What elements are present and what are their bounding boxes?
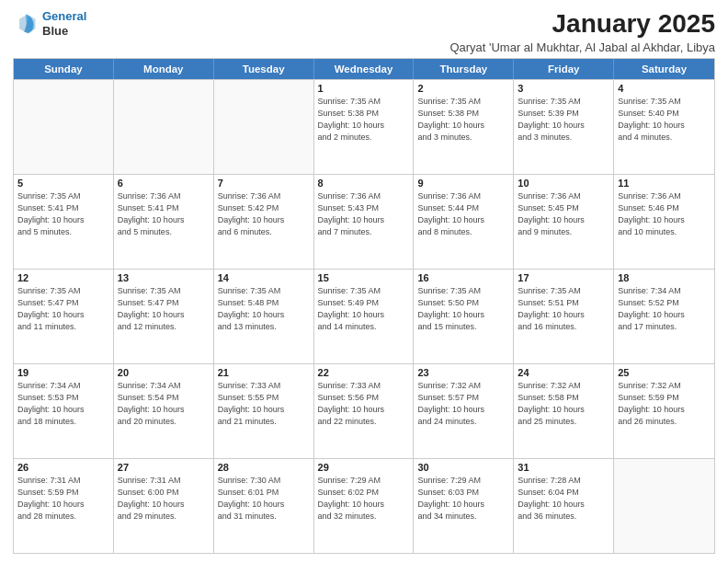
cell-date: 16: [417, 272, 509, 283]
cell-date: 11: [618, 178, 711, 189]
cell-date: 21: [218, 367, 310, 378]
calendar-header-row: SundayMondayTuesdayWednesdayThursdayFrid…: [14, 59, 714, 79]
logo-line1: General: [42, 9, 86, 23]
cell-date: 20: [118, 367, 210, 378]
cell-date: 12: [17, 272, 109, 283]
cell-info: Sunrise: 7:36 AM Sunset: 5:45 PM Dayligh…: [518, 190, 609, 238]
main-title: January 2025: [449, 9, 715, 39]
calendar-cell: 22Sunrise: 7:33 AM Sunset: 5:56 PM Dayli…: [314, 364, 415, 458]
cell-date: 5: [17, 178, 109, 189]
cell-info: Sunrise: 7:36 AM Sunset: 5:42 PM Dayligh…: [218, 190, 310, 238]
calendar-cell: 14Sunrise: 7:35 AM Sunset: 5:48 PM Dayli…: [214, 270, 314, 363]
cell-info: Sunrise: 7:33 AM Sunset: 5:55 PM Dayligh…: [218, 380, 310, 428]
calendar-cell: [214, 80, 314, 174]
calendar-cell: 16Sunrise: 7:35 AM Sunset: 5:50 PM Dayli…: [414, 270, 514, 363]
cell-info: Sunrise: 7:36 AM Sunset: 5:44 PM Dayligh…: [417, 190, 509, 238]
calendar-cell: 7Sunrise: 7:36 AM Sunset: 5:42 PM Daylig…: [214, 175, 314, 269]
cell-date: 30: [417, 462, 509, 473]
cell-date: 29: [318, 462, 410, 473]
cell-info: Sunrise: 7:32 AM Sunset: 5:58 PM Dayligh…: [518, 380, 609, 428]
cell-info: Sunrise: 7:36 AM Sunset: 5:41 PM Dayligh…: [118, 190, 210, 238]
cell-info: Sunrise: 7:28 AM Sunset: 6:04 PM Dayligh…: [518, 475, 609, 523]
calendar-cell: 24Sunrise: 7:32 AM Sunset: 5:58 PM Dayli…: [514, 364, 614, 458]
calendar-cell: 29Sunrise: 7:29 AM Sunset: 6:02 PM Dayli…: [314, 459, 415, 553]
cell-date: 24: [518, 367, 609, 378]
cell-info: Sunrise: 7:35 AM Sunset: 5:49 PM Dayligh…: [318, 285, 410, 333]
cell-date: 15: [318, 272, 410, 283]
cell-date: 25: [618, 367, 711, 378]
cell-date: 6: [118, 178, 210, 189]
cell-info: Sunrise: 7:35 AM Sunset: 5:48 PM Dayligh…: [218, 285, 310, 333]
logo-line2: Blue: [42, 24, 86, 39]
cell-date: 10: [518, 178, 609, 189]
cell-date: 26: [17, 462, 109, 473]
calendar-cell: [114, 80, 214, 174]
cell-info: Sunrise: 7:32 AM Sunset: 5:57 PM Dayligh…: [417, 380, 509, 428]
cell-info: Sunrise: 7:30 AM Sunset: 6:01 PM Dayligh…: [218, 475, 310, 523]
cell-date: 8: [318, 178, 410, 189]
cell-info: Sunrise: 7:36 AM Sunset: 5:46 PM Dayligh…: [618, 190, 711, 238]
cell-date: 14: [218, 272, 310, 283]
cell-date: 4: [618, 83, 711, 94]
cell-info: Sunrise: 7:34 AM Sunset: 5:53 PM Dayligh…: [17, 380, 109, 428]
calendar-cell: 8Sunrise: 7:36 AM Sunset: 5:43 PM Daylig…: [314, 175, 415, 269]
calendar-header-cell: Thursday: [414, 59, 514, 79]
logo-text: General Blue: [42, 9, 86, 38]
calendar-cell: 6Sunrise: 7:36 AM Sunset: 5:41 PM Daylig…: [114, 175, 214, 269]
cell-date: 28: [218, 462, 310, 473]
cell-info: Sunrise: 7:35 AM Sunset: 5:51 PM Dayligh…: [518, 285, 609, 333]
calendar-cell: [14, 80, 114, 174]
calendar-cell: 19Sunrise: 7:34 AM Sunset: 5:53 PM Dayli…: [14, 364, 114, 458]
cell-info: Sunrise: 7:34 AM Sunset: 5:52 PM Dayligh…: [618, 285, 711, 333]
calendar-cell: 5Sunrise: 7:35 AM Sunset: 5:41 PM Daylig…: [14, 175, 114, 269]
cell-date: 7: [218, 178, 310, 189]
cell-date: 13: [118, 272, 210, 283]
calendar-cell: 26Sunrise: 7:31 AM Sunset: 5:59 PM Dayli…: [14, 459, 114, 553]
calendar-cell: 1Sunrise: 7:35 AM Sunset: 5:38 PM Daylig…: [314, 80, 415, 174]
calendar-cell: 2Sunrise: 7:35 AM Sunset: 5:38 PM Daylig…: [414, 80, 514, 174]
calendar-cell: 12Sunrise: 7:35 AM Sunset: 5:47 PM Dayli…: [14, 270, 114, 363]
cell-date: 23: [417, 367, 509, 378]
cell-info: Sunrise: 7:31 AM Sunset: 6:00 PM Dayligh…: [118, 475, 210, 523]
calendar-cell: 11Sunrise: 7:36 AM Sunset: 5:46 PM Dayli…: [614, 175, 714, 269]
cell-info: Sunrise: 7:29 AM Sunset: 6:02 PM Dayligh…: [318, 475, 410, 523]
calendar-header-cell: Monday: [114, 59, 214, 79]
calendar-cell: 27Sunrise: 7:31 AM Sunset: 6:00 PM Dayli…: [114, 459, 214, 553]
cell-info: Sunrise: 7:31 AM Sunset: 5:59 PM Dayligh…: [17, 475, 109, 523]
cell-info: Sunrise: 7:35 AM Sunset: 5:50 PM Dayligh…: [417, 285, 509, 333]
cell-info: Sunrise: 7:35 AM Sunset: 5:47 PM Dayligh…: [118, 285, 210, 333]
calendar-header-cell: Saturday: [614, 59, 714, 79]
cell-date: 31: [518, 462, 609, 473]
calendar-header-cell: Tuesday: [214, 59, 314, 79]
calendar-cell: 25Sunrise: 7:32 AM Sunset: 5:59 PM Dayli…: [614, 364, 714, 458]
cell-date: 3: [518, 83, 609, 94]
cell-info: Sunrise: 7:35 AM Sunset: 5:41 PM Dayligh…: [17, 190, 109, 238]
calendar-header-cell: Friday: [514, 59, 614, 79]
cell-info: Sunrise: 7:35 AM Sunset: 5:38 PM Dayligh…: [417, 96, 509, 144]
logo-icon: [13, 11, 39, 37]
calendar-cell: 17Sunrise: 7:35 AM Sunset: 5:51 PM Dayli…: [514, 270, 614, 363]
calendar-header-cell: Wednesday: [314, 59, 415, 79]
calendar-cell: 4Sunrise: 7:35 AM Sunset: 5:40 PM Daylig…: [614, 80, 714, 174]
cell-info: Sunrise: 7:36 AM Sunset: 5:43 PM Dayligh…: [318, 190, 410, 238]
calendar-cell: 18Sunrise: 7:34 AM Sunset: 5:52 PM Dayli…: [614, 270, 714, 363]
calendar-cell: 10Sunrise: 7:36 AM Sunset: 5:45 PM Dayli…: [514, 175, 614, 269]
calendar: SundayMondayTuesdayWednesdayThursdayFrid…: [13, 58, 715, 554]
calendar-cell: 31Sunrise: 7:28 AM Sunset: 6:04 PM Dayli…: [514, 459, 614, 553]
calendar-cell: 30Sunrise: 7:29 AM Sunset: 6:03 PM Dayli…: [414, 459, 514, 553]
calendar-row: 19Sunrise: 7:34 AM Sunset: 5:53 PM Dayli…: [14, 363, 714, 458]
logo: General Blue: [13, 9, 86, 38]
title-area: January 2025 Qaryat 'Umar al Mukhtar, Al…: [449, 9, 715, 54]
cell-info: Sunrise: 7:35 AM Sunset: 5:40 PM Dayligh…: [618, 96, 711, 144]
calendar-row: 1Sunrise: 7:35 AM Sunset: 5:38 PM Daylig…: [14, 79, 714, 174]
cell-date: 17: [518, 272, 609, 283]
cell-info: Sunrise: 7:35 AM Sunset: 5:47 PM Dayligh…: [17, 285, 109, 333]
calendar-cell: [614, 459, 714, 553]
calendar-row: 12Sunrise: 7:35 AM Sunset: 5:47 PM Dayli…: [14, 269, 714, 363]
cell-info: Sunrise: 7:32 AM Sunset: 5:59 PM Dayligh…: [618, 380, 711, 428]
cell-date: 1: [318, 83, 410, 94]
cell-date: 27: [118, 462, 210, 473]
calendar-cell: 3Sunrise: 7:35 AM Sunset: 5:39 PM Daylig…: [514, 80, 614, 174]
subtitle: Qaryat 'Umar al Mukhtar, Al Jabal al Akh…: [449, 40, 715, 54]
cell-info: Sunrise: 7:35 AM Sunset: 5:38 PM Dayligh…: [318, 96, 410, 144]
